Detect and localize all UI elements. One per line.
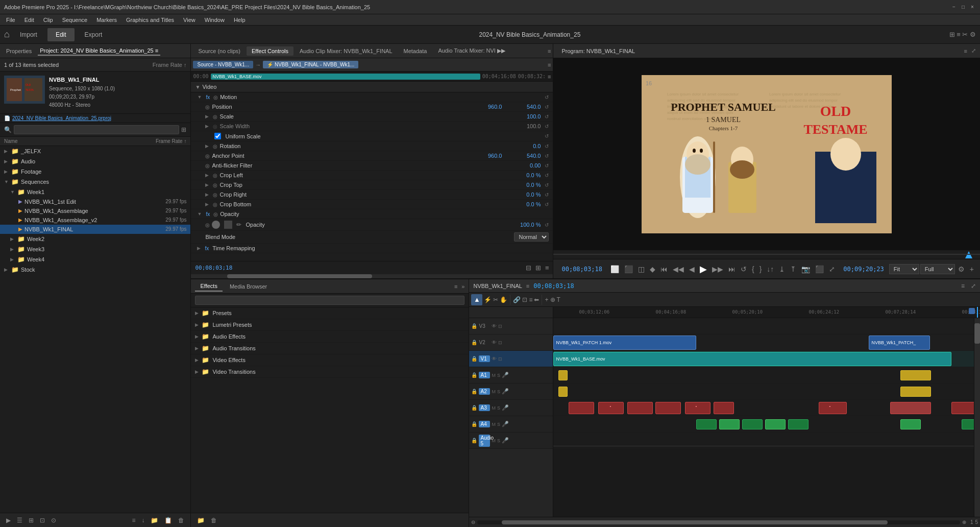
- position-x[interactable]: 960.0: [471, 104, 502, 110]
- autosort-button[interactable]: ≡: [130, 516, 137, 525]
- delete-btn[interactable]: 🗑: [209, 516, 219, 525]
- ruler-settings-icon[interactable]: ≡: [548, 74, 551, 80]
- cl-anim-icon[interactable]: ◎: [213, 173, 217, 178]
- time-remapping-row[interactable]: ▶ fx Time Remapping: [191, 244, 553, 253]
- a3-label[interactable]: A3: [479, 404, 490, 411]
- tree-item-wk1final[interactable]: ▶ NVBB_Wk1_FINAL 29.97 fps: [0, 225, 190, 234]
- clip-v2-patch2[interactable]: NVBB_Wk1_PATCH_: [869, 336, 930, 350]
- program-timecode-in[interactable]: 00;08;03;18: [557, 266, 606, 273]
- blend-mode-select[interactable]: Normal Multiply Screen: [514, 232, 549, 242]
- motion-anim-icon[interactable]: ◎: [213, 94, 218, 100]
- v3-collapse-icon[interactable]: ⊡: [498, 324, 502, 329]
- menu-view[interactable]: View: [179, 16, 200, 24]
- a5-mic-icon[interactable]: 🎤: [502, 437, 509, 444]
- crop-bottom-val[interactable]: 0.0 %: [510, 201, 541, 207]
- sort-icon[interactable]: ⊞: [535, 264, 541, 272]
- af-anim-icon[interactable]: ◎: [205, 163, 210, 169]
- nav-tab-edit[interactable]: Edit: [47, 28, 75, 41]
- ct-anim-icon[interactable]: ◎: [213, 182, 217, 188]
- clip-a3-8[interactable]: [890, 402, 931, 414]
- export-frame-btn[interactable]: 📷: [799, 264, 812, 274]
- rotation-val[interactable]: 0.0: [510, 143, 541, 149]
- a5-lock-icon[interactable]: 🔒: [471, 438, 477, 443]
- a2-mute-btn[interactable]: M: [492, 389, 496, 394]
- tree-item-week2[interactable]: ▶ 📁 Week2: [0, 234, 190, 244]
- v3-eye-icon[interactable]: 👁: [492, 323, 497, 329]
- clip-a3-4[interactable]: [655, 402, 681, 414]
- opacity-val[interactable]: 100.0 %: [510, 222, 541, 228]
- output-btn[interactable]: ⬛: [622, 264, 635, 274]
- search-icon-btn[interactable]: ⊞: [181, 126, 186, 133]
- effects-cat-audio-transitions[interactable]: ▶ 📁 Audio Transitions: [191, 343, 469, 354]
- media-browser-tab[interactable]: Media Browser: [225, 282, 272, 291]
- link-btn[interactable]: 🔗: [513, 296, 521, 303]
- tree-item-audio[interactable]: ▶ 📁 Audio: [0, 156, 190, 166]
- razor-tool-btn[interactable]: ✂: [493, 296, 498, 303]
- position-y[interactable]: 540.0: [510, 104, 541, 110]
- clip-a3-3[interactable]: [627, 402, 653, 414]
- hand-tool-btn[interactable]: ✋: [500, 296, 507, 303]
- fullscreen-btn[interactable]: ⤢: [827, 264, 837, 274]
- insert-clip-btn[interactable]: ⬅: [534, 296, 539, 303]
- menu-markers[interactable]: Markers: [92, 16, 121, 24]
- home-icon[interactable]: ⌂: [4, 29, 10, 40]
- clip-a3-1[interactable]: [569, 402, 594, 414]
- program-panel-menu-icon[interactable]: ≡: [964, 48, 967, 54]
- snap-btn[interactable]: ⊡: [522, 296, 527, 303]
- a3-lock-icon[interactable]: 🔒: [471, 405, 477, 411]
- tree-item-footage[interactable]: ▶ 📁 Footage: [0, 166, 190, 177]
- a3-solo-btn[interactable]: S: [497, 405, 500, 411]
- ruler-marker-blue[interactable]: [969, 308, 975, 314]
- source-tab-metadata[interactable]: Metadata: [399, 46, 432, 56]
- track-select-btn[interactable]: ⚡: [484, 296, 492, 303]
- a1-solo-btn[interactable]: S: [497, 373, 500, 378]
- close-button[interactable]: ×: [969, 4, 976, 11]
- safe-margins-btn[interactable]: ⬜: [608, 264, 621, 274]
- nav-tab-export[interactable]: Export: [77, 28, 111, 41]
- a1-mic-icon[interactable]: 🎤: [502, 372, 509, 378]
- a3-mute-btn[interactable]: M: [492, 405, 496, 411]
- a2-solo-btn[interactable]: S: [497, 389, 500, 394]
- motion-row[interactable]: ▼ fx ◎ Motion ↺: [191, 92, 553, 102]
- pos-anim-icon[interactable]: ◎: [205, 104, 210, 110]
- clip-a3-6[interactable]: [714, 402, 734, 414]
- af-reset[interactable]: ↺: [545, 163, 549, 169]
- icon-view-button[interactable]: ⊞: [27, 516, 36, 525]
- v2-eye-icon[interactable]: 👁: [492, 340, 497, 345]
- clip-v1-base[interactable]: NVBB_Wk1_BASE.mov: [553, 352, 951, 366]
- prog-settings-btn[interactable]: ⚙: [956, 264, 967, 274]
- panel-tab-project[interactable]: Project: 2024_NV Bible Basics_Animation_…: [38, 46, 160, 56]
- zoom-out-icon[interactable]: ⊖: [471, 519, 475, 525]
- a4-mic-icon[interactable]: 🎤: [502, 421, 509, 427]
- overwrite-btn[interactable]: ⤓: [777, 264, 787, 274]
- a1-lock-icon[interactable]: 🔒: [471, 372, 477, 378]
- new-item-button[interactable]: ▶: [4, 516, 13, 525]
- clip-a4-7[interactable]: [962, 419, 974, 429]
- cb-anim-icon[interactable]: ◎: [213, 202, 217, 207]
- a4-lock-icon[interactable]: 🔒: [471, 421, 477, 427]
- v1-label[interactable]: V1: [479, 355, 490, 362]
- cb-reset[interactable]: ↺: [545, 202, 549, 207]
- timeline-zoom-scrollbar[interactable]: [477, 520, 960, 524]
- sequence-btn[interactable]: ≡: [529, 296, 532, 303]
- clip-a2-2[interactable]: [900, 387, 931, 397]
- sw-anim-icon[interactable]: ◎: [213, 124, 217, 129]
- effects-panel-menu-icon[interactable]: ≡: [454, 283, 457, 290]
- a5-solo-btn[interactable]: S: [497, 438, 500, 443]
- search-input[interactable]: [14, 125, 179, 134]
- timeline-timecode[interactable]: 00;08;03;18: [533, 282, 574, 290]
- tree-item-stock[interactable]: ▶ 📁 Stock: [0, 265, 190, 275]
- lift-btn[interactable]: ⤒: [788, 264, 798, 274]
- ap-y[interactable]: 540.0: [510, 153, 541, 159]
- clip-a4-4[interactable]: [765, 419, 786, 429]
- effects-cat-audio-effects[interactable]: ▶ 📁 Audio Effects: [191, 331, 469, 343]
- effects-tab[interactable]: Effects: [195, 281, 222, 292]
- effects-search-input[interactable]: [195, 296, 464, 305]
- crop-right-val[interactable]: 0.0 %: [510, 191, 541, 198]
- menu-file[interactable]: File: [2, 16, 19, 24]
- sequence-clip-tab[interactable]: ⚡ NVBB_Wk1_FINAL - NVBB_Wk1...: [263, 61, 358, 68]
- a3-mic-icon[interactable]: 🎤: [502, 404, 509, 411]
- render-btn[interactable]: ⬛: [813, 264, 826, 274]
- v1-eye-icon[interactable]: 👁: [492, 356, 497, 362]
- a2-lock-icon[interactable]: 🔒: [471, 389, 477, 394]
